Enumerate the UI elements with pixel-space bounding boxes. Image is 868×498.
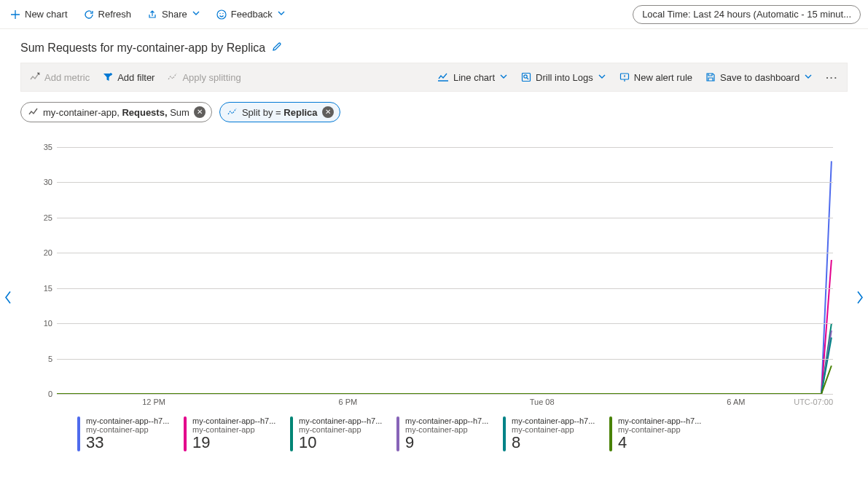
line-chart-icon <box>437 72 449 82</box>
y-tick-label: 15 <box>29 284 52 293</box>
metric-icon <box>28 108 39 116</box>
next-time-button[interactable] <box>855 290 865 309</box>
refresh-label: Refresh <box>98 9 132 20</box>
gridline <box>57 394 833 395</box>
chevron-down-icon <box>192 9 200 20</box>
more-menu-button[interactable]: ··· <box>823 72 841 83</box>
legend-item[interactable]: my-container-app--h7...my-container-app4 <box>609 416 711 451</box>
gridline <box>57 359 833 360</box>
chevron-down-icon <box>598 72 606 83</box>
metric-pill-agg: Sum <box>168 107 189 118</box>
y-tick-label: 25 <box>29 213 52 222</box>
svg-point-0 <box>217 10 226 19</box>
chart-type-label: Line chart <box>453 72 495 83</box>
chart-lines <box>57 147 833 394</box>
logs-icon <box>521 72 531 82</box>
gridline <box>57 323 833 324</box>
save-to-dashboard-button[interactable]: Save to dashboard <box>703 66 816 88</box>
legend-series-value: 8 <box>512 434 595 451</box>
refresh-icon <box>84 9 94 20</box>
x-tick-label: Tue 08 <box>530 398 555 406</box>
legend-series-sub: my-container-app <box>512 425 595 434</box>
alert-icon <box>619 72 630 82</box>
time-range-label: Local Time: Last 24 hours (Automatic - 1… <box>642 9 851 20</box>
remove-metric-button[interactable]: ✕ <box>194 106 206 118</box>
refresh-button[interactable]: Refresh <box>81 3 135 26</box>
share-button[interactable]: Share <box>144 3 203 26</box>
legend-series-name: my-container-app--h7... <box>192 416 275 425</box>
new-alert-rule-label: New alert rule <box>634 72 692 83</box>
add-filter-button[interactable]: Add filter <box>100 66 157 88</box>
apply-splitting-button[interactable]: Apply splitting <box>165 66 243 88</box>
y-tick-label: 30 <box>29 178 52 186</box>
chart-type-dropdown[interactable]: Line chart <box>434 66 511 88</box>
share-icon <box>147 9 157 20</box>
share-label: Share <box>162 9 187 20</box>
legend-series-name: my-container-app--h7... <box>299 416 382 425</box>
svg-point-1 <box>219 12 220 13</box>
legend-series-value: 4 <box>618 434 701 451</box>
legend-item[interactable]: my-container-app--h7...my-container-app8 <box>503 416 605 451</box>
y-tick-label: 20 <box>29 248 52 257</box>
remove-split-button[interactable]: ✕ <box>322 106 334 118</box>
save-to-dashboard-label: Save to dashboard <box>720 72 799 83</box>
chart-config-bar: Add metric Add filter Apply splitting Li… <box>20 63 848 92</box>
x-axis: UTC-07:00 12 PM6 PMTue 086 AM <box>57 398 833 412</box>
top-toolbar: New chart Refresh Share Feedback Local T… <box>0 0 868 29</box>
drill-into-logs-button[interactable]: Drill into Logs <box>518 66 609 88</box>
legend-series-value: 10 <box>299 434 382 451</box>
metric-icon <box>30 72 40 82</box>
y-tick-label: 0 <box>29 390 52 398</box>
split-icon <box>168 72 178 82</box>
x-tick-label: 12 PM <box>142 398 165 406</box>
gridline <box>57 147 833 148</box>
add-filter-label: Add filter <box>117 72 155 83</box>
x-tick-label: 6 AM <box>727 398 745 406</box>
y-tick-label: 5 <box>29 355 52 363</box>
chevron-down-icon <box>499 72 508 83</box>
legend-color-swatch <box>77 416 80 451</box>
legend-item[interactable]: my-container-app--h7...my-container-app3… <box>77 416 179 451</box>
new-chart-label: New chart <box>25 9 68 20</box>
split-pill[interactable]: Split by = Replica ✕ <box>219 102 340 122</box>
metric-pill[interactable]: my-container-app, Requests, Sum ✕ <box>20 102 212 122</box>
add-metric-label: Add metric <box>44 72 90 83</box>
legend-series-name: my-container-app--h7... <box>86 416 169 425</box>
y-tick-label: 35 <box>29 143 52 151</box>
prev-time-button[interactable] <box>3 290 13 309</box>
chart-zone: 05101520253035 UTC-07:00 12 PM6 PMTue 08… <box>0 125 868 473</box>
gridline <box>57 253 833 253</box>
feedback-label: Feedback <box>231 9 273 20</box>
legend-item[interactable]: my-container-app--h7...my-container-app9 <box>396 416 498 451</box>
feedback-button[interactable]: Feedback <box>214 3 289 26</box>
legend-series-name: my-container-app--h7... <box>512 416 595 425</box>
svg-rect-3 <box>523 74 531 82</box>
drill-into-logs-label: Drill into Logs <box>536 72 593 83</box>
chart-title: Sum Requests for my-container-app by Rep… <box>20 42 265 55</box>
gridline <box>57 182 833 183</box>
smiley-icon <box>216 9 227 20</box>
chevron-down-icon <box>277 9 286 20</box>
new-chart-button[interactable]: New chart <box>7 3 71 26</box>
legend-series-name: my-container-app--h7... <box>405 416 488 425</box>
chart-plot-area[interactable]: 05101520253035 <box>57 147 833 395</box>
legend-item[interactable]: my-container-app--h7...my-container-app1… <box>184 416 286 451</box>
legend-color-swatch <box>184 416 187 451</box>
legend-row: my-container-app--h7...my-container-app3… <box>20 412 848 466</box>
metric-pill-metric: Requests, <box>122 107 167 118</box>
legend-color-swatch <box>503 416 506 451</box>
split-pill-prefix: Split by = <box>242 107 284 118</box>
edit-title-button[interactable] <box>271 41 283 55</box>
save-icon <box>705 72 716 82</box>
gridline <box>57 288 833 289</box>
add-metric-button[interactable]: Add metric <box>27 66 93 88</box>
legend-series-sub: my-container-app <box>618 425 701 434</box>
y-tick-label: 10 <box>29 319 52 328</box>
time-range-picker[interactable]: Local Time: Last 24 hours (Automatic - 1… <box>633 5 861 24</box>
legend-item[interactable]: my-container-app--h7...my-container-app1… <box>290 416 392 451</box>
svg-point-2 <box>222 12 223 13</box>
legend-color-swatch <box>396 416 399 451</box>
legend-series-value: 9 <box>405 434 488 451</box>
new-alert-rule-button[interactable]: New alert rule <box>617 66 695 88</box>
filter-icon <box>103 72 113 82</box>
